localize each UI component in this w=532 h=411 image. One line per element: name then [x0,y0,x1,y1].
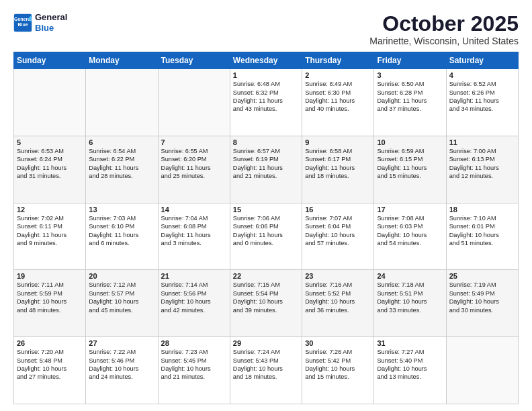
day-number: 8 [233,138,299,146]
day-info: Sunrise: 6:49 AM Sunset: 6:30 PM Dayligh… [305,80,371,113]
calendar-cell: 12Sunrise: 7:02 AM Sunset: 6:11 PM Dayli… [14,203,86,270]
day-number: 1 [233,71,299,79]
calendar-table: SundayMondayTuesdayWednesdayThursdayFrid… [13,52,519,404]
day-number: 23 [305,272,371,280]
day-number: 3 [377,71,443,79]
calendar-cell: 29Sunrise: 7:24 AM Sunset: 5:43 PM Dayli… [230,337,302,404]
calendar-cell: 8Sunrise: 6:57 AM Sunset: 6:19 PM Daylig… [230,136,302,203]
day-number: 30 [305,339,371,347]
day-info: Sunrise: 6:53 AM Sunset: 6:24 PM Dayligh… [17,147,83,181]
calendar-cell: 1Sunrise: 6:48 AM Sunset: 6:32 PM Daylig… [230,69,302,136]
calendar-cell: 4Sunrise: 6:52 AM Sunset: 6:26 PM Daylig… [446,69,518,136]
logo-icon: General Blue [13,13,32,32]
day-number: 13 [89,205,154,214]
day-info: Sunrise: 6:52 AM Sunset: 6:26 PM Dayligh… [449,80,515,113]
day-number: 21 [161,272,227,280]
day-info: Sunrise: 6:58 AM Sunset: 6:17 PM Dayligh… [305,147,371,181]
day-number: 20 [89,272,154,280]
day-number: 10 [377,138,443,146]
day-info: Sunrise: 7:16 AM Sunset: 5:52 PM Dayligh… [305,281,371,314]
svg-text:Blue: Blue [17,22,28,27]
day-info: Sunrise: 7:11 AM Sunset: 5:59 PM Dayligh… [17,281,83,314]
calendar-cell: 26Sunrise: 7:20 AM Sunset: 5:48 PM Dayli… [14,337,86,404]
day-number: 16 [305,205,371,214]
calendar-week-row: 5Sunrise: 6:53 AM Sunset: 6:24 PM Daylig… [14,136,519,203]
day-info: Sunrise: 7:20 AM Sunset: 5:48 PM Dayligh… [17,348,83,381]
day-number: 18 [449,205,515,214]
calendar-cell: 5Sunrise: 6:53 AM Sunset: 6:24 PM Daylig… [14,136,86,203]
day-number: 12 [17,205,83,214]
calendar-day-header: Monday [86,52,158,69]
day-info: Sunrise: 7:23 AM Sunset: 5:45 PM Dayligh… [161,348,227,381]
day-number: 25 [449,272,515,280]
header: General Blue General Blue October 2025 M… [13,12,519,46]
day-number: 15 [233,205,299,214]
calendar-cell: 11Sunrise: 7:00 AM Sunset: 6:13 PM Dayli… [446,136,518,203]
day-info: Sunrise: 7:00 AM Sunset: 6:13 PM Dayligh… [449,147,515,181]
calendar-cell: 24Sunrise: 7:18 AM Sunset: 5:51 PM Dayli… [374,270,446,337]
calendar-cell: 18Sunrise: 7:10 AM Sunset: 6:01 PM Dayli… [446,203,518,270]
day-info: Sunrise: 7:15 AM Sunset: 5:54 PM Dayligh… [233,281,299,314]
calendar-cell: 20Sunrise: 7:12 AM Sunset: 5:57 PM Dayli… [86,270,158,337]
calendar-day-header: Thursday [302,52,374,69]
day-info: Sunrise: 7:06 AM Sunset: 6:06 PM Dayligh… [233,214,299,248]
logo-line1: General [35,12,67,23]
day-info: Sunrise: 7:08 AM Sunset: 6:03 PM Dayligh… [377,214,443,248]
calendar-cell: 21Sunrise: 7:14 AM Sunset: 5:56 PM Dayli… [158,270,230,337]
day-number: 14 [161,205,227,214]
day-number: 6 [89,138,154,146]
day-info: Sunrise: 7:02 AM Sunset: 6:11 PM Dayligh… [17,214,83,248]
calendar-cell: 31Sunrise: 7:27 AM Sunset: 5:40 PM Dayli… [374,337,446,404]
calendar-day-header: Saturday [446,52,518,69]
day-info: Sunrise: 7:26 AM Sunset: 5:42 PM Dayligh… [305,348,371,381]
day-info: Sunrise: 7:04 AM Sunset: 6:08 PM Dayligh… [161,214,227,248]
calendar-cell: 7Sunrise: 6:55 AM Sunset: 6:20 PM Daylig… [158,136,230,203]
day-number: 7 [161,138,227,146]
calendar-header-row: SundayMondayTuesdayWednesdayThursdayFrid… [14,52,519,69]
calendar-day-header: Tuesday [158,52,230,69]
day-info: Sunrise: 6:59 AM Sunset: 6:15 PM Dayligh… [377,147,443,181]
day-number: 26 [17,339,83,347]
calendar-week-row: 26Sunrise: 7:20 AM Sunset: 5:48 PM Dayli… [14,337,519,404]
calendar-cell: 6Sunrise: 6:54 AM Sunset: 6:22 PM Daylig… [86,136,158,203]
day-info: Sunrise: 7:22 AM Sunset: 5:46 PM Dayligh… [89,348,154,381]
calendar-week-row: 12Sunrise: 7:02 AM Sunset: 6:11 PM Dayli… [14,203,519,270]
calendar-cell: 22Sunrise: 7:15 AM Sunset: 5:54 PM Dayli… [230,270,302,337]
calendar-day-header: Wednesday [230,52,302,69]
title-block: October 2025 Marinette, Wisconsin, Unite… [369,12,519,46]
day-number: 4 [449,71,515,79]
subtitle: Marinette, Wisconsin, United States [369,36,519,46]
calendar-cell: 14Sunrise: 7:04 AM Sunset: 6:08 PM Dayli… [158,203,230,270]
day-number: 24 [377,272,443,280]
calendar-cell: 28Sunrise: 7:23 AM Sunset: 5:45 PM Dayli… [158,337,230,404]
logo-text: General Blue [35,12,67,33]
day-info: Sunrise: 6:48 AM Sunset: 6:32 PM Dayligh… [233,80,299,113]
day-number: 27 [89,339,154,347]
calendar-cell: 16Sunrise: 7:07 AM Sunset: 6:04 PM Dayli… [302,203,374,270]
day-number: 5 [17,138,83,146]
calendar-cell [158,69,230,136]
calendar-day-header: Friday [374,52,446,69]
day-number: 28 [161,339,227,347]
calendar-cell [14,69,86,136]
day-number: 31 [377,339,443,347]
page: General Blue General Blue October 2025 M… [0,0,532,411]
day-number: 2 [305,71,371,79]
day-info: Sunrise: 6:50 AM Sunset: 6:28 PM Dayligh… [377,80,443,113]
calendar-cell: 15Sunrise: 7:06 AM Sunset: 6:06 PM Dayli… [230,203,302,270]
logo-line2: Blue [35,23,67,34]
calendar-cell: 2Sunrise: 6:49 AM Sunset: 6:30 PM Daylig… [302,69,374,136]
calendar-cell: 17Sunrise: 7:08 AM Sunset: 6:03 PM Dayli… [374,203,446,270]
day-info: Sunrise: 7:18 AM Sunset: 5:51 PM Dayligh… [377,281,443,314]
day-number: 29 [233,339,299,347]
calendar-cell: 13Sunrise: 7:03 AM Sunset: 6:10 PM Dayli… [86,203,158,270]
day-info: Sunrise: 7:07 AM Sunset: 6:04 PM Dayligh… [305,214,371,248]
day-info: Sunrise: 7:24 AM Sunset: 5:43 PM Dayligh… [233,348,299,381]
day-info: Sunrise: 7:03 AM Sunset: 6:10 PM Dayligh… [89,214,154,248]
day-number: 17 [377,205,443,214]
day-number: 19 [17,272,83,280]
day-info: Sunrise: 6:57 AM Sunset: 6:19 PM Dayligh… [233,147,299,181]
calendar-cell: 3Sunrise: 6:50 AM Sunset: 6:28 PM Daylig… [374,69,446,136]
day-info: Sunrise: 7:10 AM Sunset: 6:01 PM Dayligh… [449,214,515,248]
calendar-day-header: Sunday [14,52,86,69]
